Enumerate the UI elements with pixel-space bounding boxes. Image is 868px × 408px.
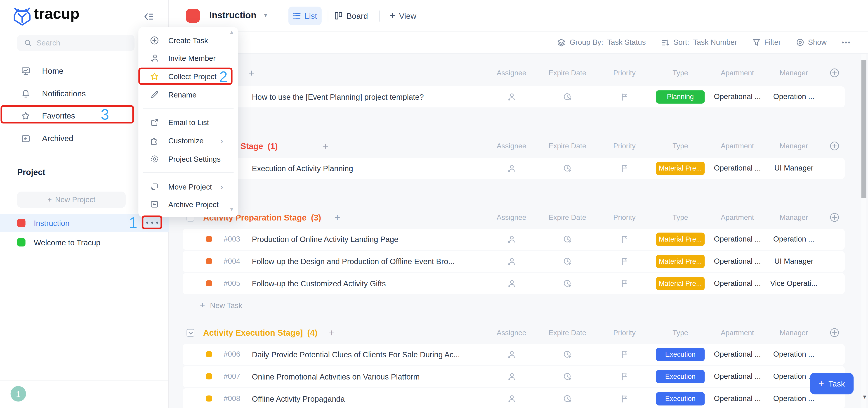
expire-date-add-icon[interactable]: [563, 350, 572, 359]
sort-control[interactable]: Sort: Task Number: [661, 38, 737, 47]
group-by-value: Task Status: [607, 38, 646, 47]
toolbar-more-button[interactable]: •••: [842, 38, 851, 47]
task-row[interactable]: #008 Offline Activity Propaganda Executi…: [183, 388, 845, 408]
assignee-add-icon[interactable]: [507, 395, 516, 403]
project-title[interactable]: Instruction: [209, 10, 256, 21]
manager-value: UI Manager: [758, 158, 830, 179]
assignee-add-icon[interactable]: [507, 164, 516, 173]
task-row[interactable]: #003 Production of Online Activity Landi…: [183, 229, 845, 250]
group-add-task-icon[interactable]: +: [323, 136, 329, 157]
menu-item-rename[interactable]: Rename: [138, 86, 238, 103]
priority-add-icon[interactable]: [620, 235, 629, 243]
group-header: Activity Preparation Stage(3) + Assignee…: [169, 207, 868, 228]
new-task-button[interactable]: + New Task: [200, 298, 242, 312]
expire-date-add-icon[interactable]: [563, 257, 572, 266]
assignee-add-icon[interactable]: [507, 257, 516, 266]
task-title: How to use the [Event Planning] project …: [252, 86, 424, 108]
column-header-priority: Priority: [594, 207, 655, 228]
filter-control[interactable]: Filter: [752, 38, 781, 47]
project-more-ellipsis-button[interactable]: [145, 221, 160, 225]
menu-item-collect-project[interactable]: Collect Project: [138, 68, 238, 85]
add-column-icon[interactable]: [830, 141, 839, 151]
column-header-manager: Manager: [763, 322, 824, 343]
group-add-task-icon[interactable]: +: [329, 322, 335, 343]
expire-date-add-icon[interactable]: [563, 395, 572, 403]
group-collapse-checkbox[interactable]: [186, 329, 194, 337]
type-badge[interactable]: Material Pre...: [656, 277, 705, 290]
type-badge[interactable]: Material Pre...: [656, 255, 705, 268]
menu-item-archive-project[interactable]: Archive Project: [138, 196, 238, 212]
tab-list[interactable]: List: [288, 6, 322, 25]
group-add-task-icon[interactable]: +: [249, 63, 254, 84]
column-header-priority: Priority: [594, 322, 655, 343]
task-row[interactable]: How to use the [Event Planning] project …: [183, 86, 845, 108]
menu-item-customize[interactable]: Customize ›: [138, 132, 238, 149]
task-row[interactable]: #006 Daily Provide Potential Clues of Cl…: [183, 344, 845, 365]
show-control[interactable]: Show: [796, 38, 827, 47]
help-badge[interactable]: 1: [11, 386, 26, 402]
scroll-down-arrow-icon[interactable]: ▼: [862, 394, 867, 400]
vertical-scrollbar-thumb[interactable]: [862, 60, 866, 198]
project-color-swatch: [17, 238, 26, 246]
collapse-sidebar-icon[interactable]: [143, 11, 155, 23]
priority-add-icon[interactable]: [620, 372, 629, 381]
assignee-add-icon[interactable]: [507, 279, 516, 288]
task-row[interactable]: #007 Online Promotional Activities on Va…: [183, 366, 845, 387]
archive-icon: [150, 200, 159, 209]
plus-icon: +: [48, 196, 52, 204]
menu-item-project-settings[interactable]: Project Settings: [138, 151, 238, 167]
menu-item-label: Email to List: [168, 118, 209, 127]
new-project-button[interactable]: + New Project: [17, 192, 126, 208]
add-task-button[interactable]: + Task: [810, 373, 854, 395]
menu-item-invite-member[interactable]: Invite Member: [138, 50, 238, 66]
menu-item-email-to-list[interactable]: Email to List: [138, 114, 238, 130]
sidebar-project-welcome[interactable]: Welcome to Tracup: [0, 233, 169, 252]
expire-date-add-icon[interactable]: [563, 279, 572, 288]
gear-icon: [150, 154, 159, 163]
menu-item-move-project[interactable]: Move Project ›: [138, 178, 238, 195]
task-title: Execution of Activity Planning: [252, 158, 353, 179]
chevron-right-icon: ›: [220, 182, 223, 191]
expire-date-add-icon[interactable]: [563, 372, 572, 381]
filter-label: Filter: [764, 38, 781, 47]
expire-date-add-icon[interactable]: [563, 92, 572, 101]
caret-down-icon[interactable]: ▾: [264, 11, 267, 19]
top-bar: Instruction ▾ List Board + View: [169, 0, 868, 32]
sort-value: Task Number: [693, 38, 737, 47]
task-row[interactable]: #005 Follow-up the Customized Activity G…: [183, 273, 845, 294]
task-row[interactable]: #004 Follow-up the Design and Production…: [183, 251, 845, 272]
search-input[interactable]: Search: [17, 35, 134, 51]
priority-add-icon[interactable]: [620, 395, 629, 403]
priority-add-icon[interactable]: [620, 279, 629, 288]
assignee-add-icon[interactable]: [507, 92, 516, 101]
task-row[interactable]: Execution of Activity Planning Material …: [183, 158, 845, 179]
add-column-icon[interactable]: [830, 68, 839, 78]
priority-add-icon[interactable]: [620, 350, 629, 359]
type-badge[interactable]: Execution: [656, 392, 705, 406]
type-badge[interactable]: Execution: [656, 370, 705, 383]
type-badge[interactable]: Planning: [656, 90, 705, 104]
priority-add-icon[interactable]: [620, 92, 629, 101]
expire-date-add-icon[interactable]: [563, 235, 572, 243]
group-add-task-icon[interactable]: +: [334, 207, 340, 228]
type-badge[interactable]: Execution: [656, 348, 705, 361]
add-column-icon[interactable]: [830, 212, 839, 222]
priority-add-icon[interactable]: [620, 164, 629, 173]
assignee-add-icon[interactable]: [507, 372, 516, 381]
group-by-control[interactable]: Group By: Task Status: [557, 38, 646, 47]
group-header: + Assignee Expire Date Priority Type Apa…: [169, 63, 868, 84]
add-view-button[interactable]: + View: [390, 6, 416, 25]
type-badge[interactable]: Material Pre...: [656, 162, 705, 175]
task-title: Production of Online Activity Landing Pa…: [252, 229, 398, 250]
circle-plus-icon: [150, 36, 159, 45]
assignee-add-icon[interactable]: [507, 350, 516, 359]
add-column-icon[interactable]: [830, 328, 839, 338]
assignee-add-icon[interactable]: [507, 235, 516, 243]
menu-item-create-task[interactable]: Create Task: [138, 32, 238, 49]
expire-date-add-icon[interactable]: [563, 164, 572, 173]
priority-add-icon[interactable]: [620, 257, 629, 266]
menu-item-label: Move Project: [168, 182, 212, 191]
puzzle-icon: [150, 136, 159, 145]
tab-board[interactable]: Board: [334, 6, 368, 25]
type-badge[interactable]: Material Pre...: [656, 233, 705, 246]
